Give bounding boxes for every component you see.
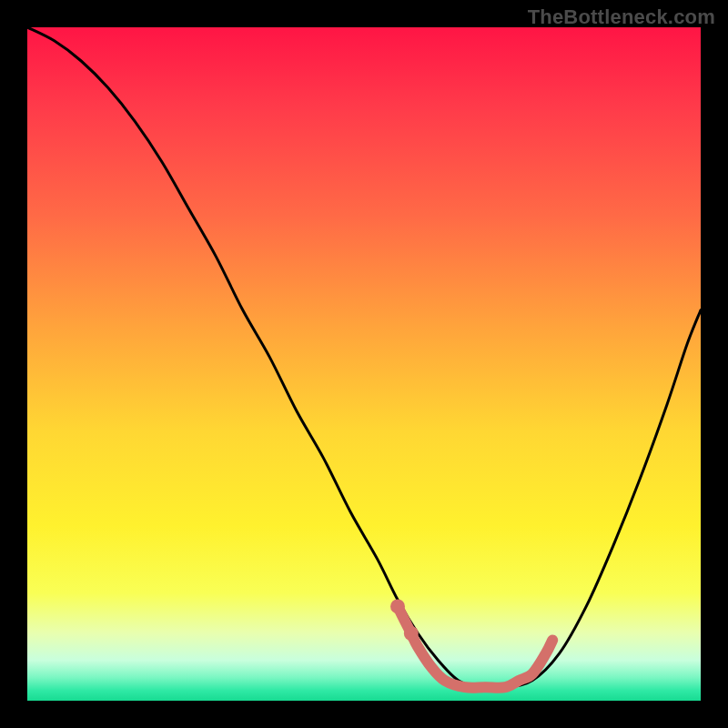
gradient-background [27, 27, 701, 701]
chart-container [27, 27, 701, 701]
page-frame: TheBottleneck.com [0, 0, 728, 728]
highlight-dot [390, 599, 405, 613]
highlight-dot [404, 626, 419, 641]
bottleneck-chart [27, 27, 701, 701]
watermark-text: TheBottleneck.com [528, 5, 715, 29]
